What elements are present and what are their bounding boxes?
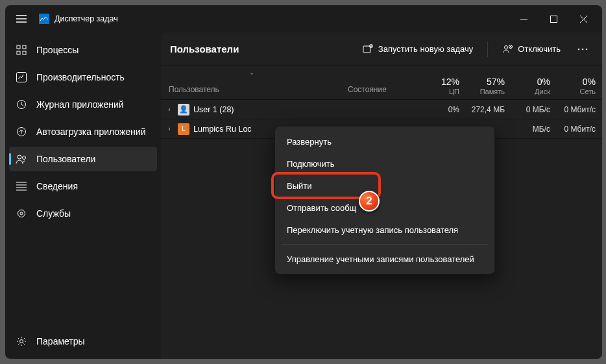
app-icon — [39, 14, 49, 24]
sidebar-item-startup[interactable]: Автозагрузка приложений — [9, 119, 157, 144]
sidebar-item-label: Службы — [36, 208, 71, 219]
svg-rect-5 — [17, 73, 27, 82]
table-row[interactable]: › 👤 User 1 (28) 0% 272,4 МБ 0 МБ/с 0 Мби… — [161, 100, 602, 119]
ctx-manage-accounts[interactable]: Управление учетными записями пользовател… — [275, 248, 494, 270]
sidebar-item-processes[interactable]: Процессы — [9, 38, 157, 62]
task-manager-window: Диспетчер задач Процессы Производительно… — [5, 5, 602, 359]
more-button[interactable] — [572, 38, 593, 60]
history-icon — [16, 99, 27, 110]
grid-icon — [16, 44, 27, 56]
sidebar-item-details[interactable]: Сведения — [9, 174, 157, 199]
details-icon — [16, 180, 27, 192]
svg-rect-1 — [17, 45, 20, 49]
svg-point-10 — [18, 210, 25, 217]
user-avatar-icon: 👤 — [178, 104, 189, 115]
sidebar-item-users[interactable]: Пользователи — [9, 147, 157, 171]
sidebar-item-label: Пользователи — [36, 154, 95, 164]
page-title: Пользователи — [170, 43, 239, 55]
svg-point-9 — [23, 156, 26, 160]
sidebar-item-services[interactable]: Службы — [9, 201, 157, 226]
gear-icon — [16, 208, 27, 219]
sidebar-item-label: Сведения — [36, 181, 78, 191]
run-task-icon — [363, 44, 373, 55]
user-name: User 1 (28) — [193, 105, 234, 114]
ctx-send-message[interactable]: Отправить сообщ — [275, 197, 494, 219]
chevron-right-icon[interactable]: › — [165, 125, 174, 132]
disconnect-icon — [502, 44, 513, 55]
ctx-switch-user[interactable]: Переключить учетную запись пользователя — [275, 219, 494, 241]
svg-point-11 — [20, 212, 23, 215]
window-controls — [509, 5, 598, 32]
column-disk[interactable]: 0%Диск — [511, 66, 557, 99]
run-task-button[interactable]: Запустить новую задачу — [355, 38, 481, 60]
disconnect-label: Отключить — [518, 44, 561, 54]
sidebar-item-label: Производительность — [36, 72, 125, 82]
minimize-button[interactable] — [509, 5, 539, 32]
disconnect-button[interactable]: Отключить — [494, 38, 568, 60]
hamburger-button[interactable] — [9, 6, 34, 31]
column-user-label: Пользователь — [169, 85, 219, 94]
users-icon — [16, 153, 27, 165]
context-menu: Развернуть Подключить Выйти Отправить со… — [274, 126, 495, 274]
toolbar: Пользователи Запустить новую задачу Откл… — [161, 32, 602, 66]
svg-rect-2 — [23, 45, 26, 49]
startup-icon — [16, 126, 27, 138]
grid-header: ⌄ Пользователь Состояние 12%ЦП 57%Память… — [161, 66, 602, 100]
svg-point-12 — [20, 340, 23, 343]
svg-point-19 — [586, 48, 588, 50]
column-state[interactable]: Состояние — [343, 66, 420, 99]
svg-point-18 — [582, 48, 584, 50]
sidebar-item-label: Автозагрузка приложений — [36, 127, 146, 137]
svg-rect-0 — [550, 16, 557, 22]
svg-point-15 — [505, 45, 508, 49]
more-icon — [577, 48, 588, 51]
run-task-label: Запустить новую задачу — [378, 44, 473, 54]
column-user[interactable]: ⌄ Пользователь — [161, 66, 343, 99]
column-network[interactable]: 0%Сеть — [557, 66, 602, 99]
sidebar-item-label: Параметры — [36, 336, 85, 346]
sidebar-item-label: Журнал приложений — [36, 99, 124, 110]
sidebar: Процессы Производительность Журнал прило… — [5, 32, 161, 359]
svg-point-8 — [18, 155, 21, 159]
user-name: Lumpics Ru Loc — [193, 125, 252, 134]
annotation-badge: 2 — [359, 191, 380, 212]
ctx-connect[interactable]: Подключить — [275, 152, 494, 175]
performance-icon — [16, 71, 27, 83]
svg-rect-4 — [23, 51, 26, 55]
user-avatar-icon: L — [178, 123, 189, 135]
column-cpu[interactable]: 12%ЦП — [420, 66, 466, 99]
sidebar-item-history[interactable]: Журнал приложений — [9, 92, 157, 117]
sort-indicator-icon: ⌄ — [249, 69, 254, 76]
sidebar-item-label: Процессы — [36, 45, 79, 55]
sidebar-item-performance[interactable]: Производительность — [9, 65, 157, 90]
titlebar: Диспетчер задач — [5, 5, 602, 32]
svg-point-17 — [578, 48, 580, 50]
svg-rect-13 — [363, 46, 370, 53]
chevron-right-icon[interactable]: › — [165, 106, 174, 113]
column-memory[interactable]: 57%Память — [466, 66, 511, 99]
ctx-signout[interactable]: Выйти — [275, 175, 494, 197]
ctx-expand[interactable]: Развернуть — [275, 130, 494, 152]
separator — [282, 244, 488, 245]
close-button[interactable] — [568, 5, 598, 32]
svg-rect-3 — [17, 51, 20, 55]
settings-icon — [16, 335, 27, 347]
maximize-button[interactable] — [539, 5, 568, 32]
sidebar-item-settings[interactable]: Параметры — [9, 329, 157, 354]
window-title: Диспетчер задач — [55, 14, 118, 23]
divider — [487, 42, 488, 57]
